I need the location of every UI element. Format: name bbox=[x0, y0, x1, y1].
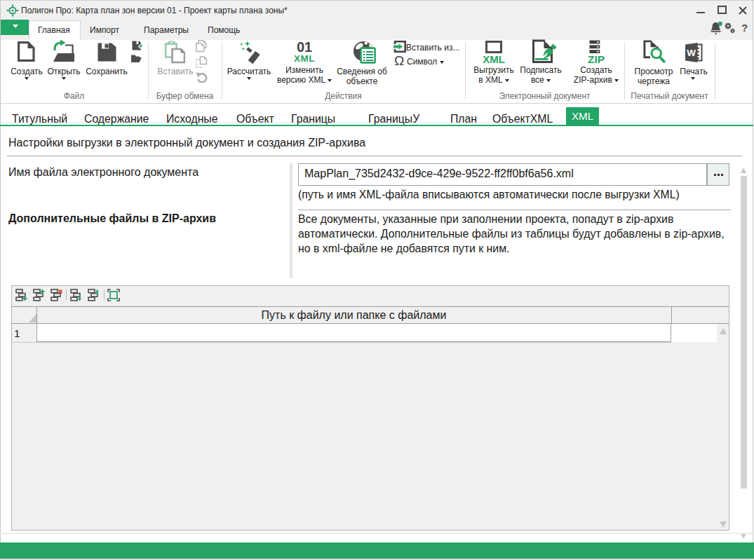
svg-text:W: W bbox=[687, 48, 696, 58]
